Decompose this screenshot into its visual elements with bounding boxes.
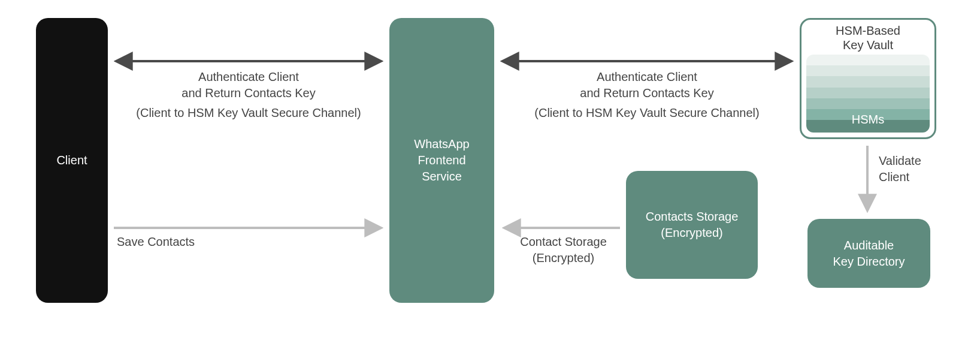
hsm-inner-label: HSMs <box>852 112 884 128</box>
auth-right-line1: Authenticate Client <box>503 69 791 85</box>
contacts-storage-node: Contacts Storage (Encrypted) <box>626 171 758 279</box>
frontend-service-node: WhatsApp Frontend Service <box>389 18 494 303</box>
save-contacts-label: Save Contacts <box>117 234 195 250</box>
key-directory-label: Auditable Key Directory <box>833 237 905 270</box>
auth-right-label: Authenticate Client and Return Contacts … <box>503 69 791 121</box>
hsm-key-vault-node: HSM-Based Key Vault HSMs <box>800 18 936 139</box>
auth-left-line1: Authenticate Client <box>117 69 380 85</box>
auth-left-line2: and Return Contacts Key <box>117 85 380 101</box>
contact-storage-label: Contact Storage (Encrypted) <box>505 234 622 266</box>
client-label: Client <box>56 152 87 168</box>
contacts-storage-label: Contacts Storage (Encrypted) <box>646 209 739 241</box>
auth-right-line2: and Return Contacts Key <box>503 85 791 101</box>
auth-left-label: Authenticate Client and Return Contacts … <box>117 69 380 121</box>
client-node: Client <box>36 18 108 303</box>
contact-storage-line2: (Encrypted) <box>505 250 622 266</box>
save-contacts-text: Save Contacts <box>117 235 195 248</box>
auth-left-line3: (Client to HSM Key Vault Secure Channel) <box>117 105 380 121</box>
validate-client-label: Validate Client <box>879 153 921 185</box>
validate-client-line1: Validate <box>879 153 921 169</box>
validate-client-line2: Client <box>879 169 921 185</box>
hsm-key-vault-title: HSM-Based Key Vault <box>836 23 900 52</box>
frontend-service-label: WhatsApp Frontend Service <box>414 136 469 185</box>
key-directory-node: Auditable Key Directory <box>807 219 930 288</box>
hsm-inner-node: HSMs <box>806 55 930 133</box>
contact-storage-line1: Contact Storage <box>505 234 622 250</box>
auth-right-line3: (Client to HSM Key Vault Secure Channel) <box>503 105 791 121</box>
